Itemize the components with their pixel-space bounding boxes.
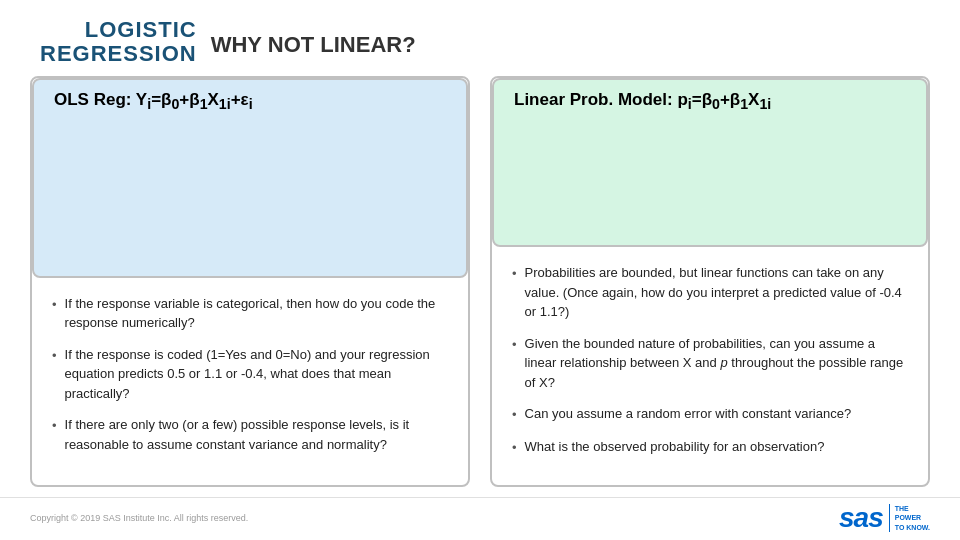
header-titles: LOGISTIC REGRESSION <box>40 18 197 66</box>
left-panel-header: OLS Reg: Yi=β0+β1X1i+εi <box>32 78 468 277</box>
list-item: • If the response is coded (1=Yes and 0=… <box>52 345 448 404</box>
title-regression: REGRESSION <box>40 42 197 66</box>
list-item: • Probabilities are bounded, but linear … <box>512 263 908 322</box>
right-bullet-2-text: Given the bounded nature of probabilitie… <box>525 334 908 393</box>
bullet-icon: • <box>512 438 517 458</box>
right-panel: Linear Prob. Model: pi=β0+β1X1i • Probab… <box>490 76 930 487</box>
header-subtitle: WHY NOT LINEAR? <box>211 32 416 58</box>
bullet-icon: • <box>52 346 57 366</box>
list-item: • If there are only two (or a few) possi… <box>52 415 448 454</box>
bullet-icon: • <box>512 335 517 355</box>
right-bullet-1-text: Probabilities are bounded, but linear fu… <box>525 263 908 322</box>
sas-tagline-line1: THE <box>895 504 930 513</box>
left-bullet-list: • If the response variable is categorica… <box>52 294 448 455</box>
bullet-icon: • <box>52 416 57 436</box>
right-panel-body: • Probabilities are bounded, but linear … <box>492 247 928 485</box>
right-bullet-list: • Probabilities are bounded, but linear … <box>512 263 908 457</box>
sas-logo: sas THE POWER TO KNOW. <box>839 502 930 534</box>
left-panel: OLS Reg: Yi=β0+β1X1i+εi • If the respons… <box>30 76 470 487</box>
copyright-text: Copyright © 2019 SAS Institute Inc. All … <box>30 513 248 523</box>
page: LOGISTIC REGRESSION WHY NOT LINEAR? OLS … <box>0 0 960 540</box>
left-bullet-1-text: If the response variable is categorical,… <box>65 294 448 333</box>
sas-tagline-line3: TO KNOW. <box>895 523 930 532</box>
list-item: • If the response variable is categorica… <box>52 294 448 333</box>
linear-prob-formula: Linear Prob. Model: pi=β0+β1X1i <box>514 90 906 112</box>
title-logistic: LOGISTIC <box>40 18 197 42</box>
sas-tagline: THE POWER TO KNOW. <box>889 504 930 531</box>
bullet-icon: • <box>512 405 517 425</box>
list-item: • Given the bounded nature of probabilit… <box>512 334 908 393</box>
list-item: • Can you assume a random error with con… <box>512 404 908 425</box>
bullet-icon: • <box>52 295 57 315</box>
list-item: • What is the observed probability for a… <box>512 437 908 458</box>
footer: Copyright © 2019 SAS Institute Inc. All … <box>0 497 960 540</box>
right-bullet-3-text: Can you assume a random error with const… <box>525 404 852 424</box>
left-panel-body: • If the response variable is categorica… <box>32 278 468 485</box>
bullet-icon: • <box>512 264 517 284</box>
right-bullet-4-text: What is the observed probability for an … <box>525 437 825 457</box>
main-content: OLS Reg: Yi=β0+β1X1i+εi • If the respons… <box>0 76 960 497</box>
left-bullet-3-text: If there are only two (or a few) possibl… <box>65 415 448 454</box>
right-panel-header: Linear Prob. Model: pi=β0+β1X1i <box>492 78 928 247</box>
sas-tagline-line2: POWER <box>895 513 930 522</box>
header: LOGISTIC REGRESSION WHY NOT LINEAR? <box>0 0 960 76</box>
sas-logo-text: sas <box>839 502 883 534</box>
ols-formula: OLS Reg: Yi=β0+β1X1i+εi <box>54 90 446 112</box>
left-bullet-2-text: If the response is coded (1=Yes and 0=No… <box>65 345 448 404</box>
